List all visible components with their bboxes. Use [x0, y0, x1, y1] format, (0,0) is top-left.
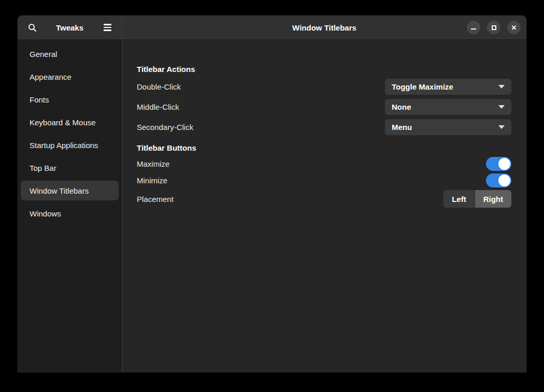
window-body: General Appearance Fonts Keyboard & Mous…: [18, 40, 526, 372]
sidebar-item-top-bar[interactable]: Top Bar: [21, 156, 119, 179]
window-close-icon: ✕: [511, 24, 517, 31]
app-title: Tweaks: [56, 23, 83, 32]
placement-right-button[interactable]: Right: [475, 190, 511, 208]
maximize-toggle[interactable]: [486, 157, 511, 171]
sidebar-item-startup-applications[interactable]: Startup Applications: [21, 134, 119, 156]
section-title-titlebar-buttons: Titlebar Buttons: [137, 143, 511, 153]
sidebar-headerbar: Tweaks: [18, 16, 122, 39]
page-title: Window Titlebars: [292, 23, 356, 32]
window-controls: ✕: [467, 16, 521, 39]
placement-segmented-control: Left Right: [443, 190, 511, 208]
section-title-titlebar-actions: Titlebar Actions: [137, 64, 511, 74]
setting-row-placement: Placement Left Right: [137, 190, 511, 208]
minimize-toggle[interactable]: [486, 173, 511, 187]
setting-label: Secondary-Click: [137, 123, 193, 132]
minimize-button[interactable]: [467, 21, 480, 34]
dropdown-selected-value: Toggle Maximize: [392, 82, 453, 91]
toggle-knob: [498, 158, 510, 170]
close-button[interactable]: ✕: [507, 21, 521, 34]
setting-row-maximize: Maximize: [137, 156, 511, 171]
setting-label: Minimize: [137, 176, 167, 185]
setting-label: Double-Click: [137, 82, 181, 91]
tweaks-window: Tweaks Window Titlebars ✕: [18, 16, 526, 372]
toggle-knob: [498, 175, 510, 186]
window-minimize-icon: [471, 28, 476, 30]
sidebar: General Appearance Fonts Keyboard & Mous…: [18, 40, 122, 372]
sidebar-item-windows[interactable]: Windows: [21, 202, 119, 225]
dropdown-selected-value: Menu: [392, 123, 412, 132]
search-icon: [28, 23, 37, 32]
setting-row-double-click: Double-Click Toggle Maximize: [137, 79, 511, 95]
chevron-down-icon: [498, 105, 505, 109]
window-maximize-icon: [492, 25, 496, 30]
settings-panel: Titlebar Actions Double-Click Toggle Max…: [122, 40, 526, 372]
setting-label: Maximize: [137, 159, 169, 168]
chevron-down-icon: [498, 85, 505, 89]
double-click-dropdown[interactable]: Toggle Maximize: [385, 79, 511, 95]
sidebar-item-appearance[interactable]: Appearance: [21, 65, 119, 88]
sidebar-item-general[interactable]: General: [21, 42, 119, 65]
setting-label: Middle-Click: [137, 103, 179, 111]
setting-row-secondary-click: Secondary-Click Menu: [137, 119, 511, 135]
maximize-button[interactable]: [487, 21, 500, 34]
sidebar-item-fonts[interactable]: Fonts: [21, 88, 119, 111]
placement-left-button[interactable]: Left: [443, 190, 475, 208]
main-headerbar: Window Titlebars ✕: [122, 16, 526, 39]
setting-row-middle-click: Middle-Click None: [137, 99, 511, 115]
setting-row-minimize: Minimize: [137, 173, 511, 188]
chevron-down-icon: [498, 125, 505, 129]
headerbar: Tweaks Window Titlebars ✕: [18, 16, 526, 40]
menu-button[interactable]: [100, 20, 114, 35]
setting-label: Placement: [137, 195, 174, 204]
hamburger-menu-icon: [104, 24, 111, 31]
search-button[interactable]: [25, 20, 39, 35]
secondary-click-dropdown[interactable]: Menu: [385, 119, 511, 135]
middle-click-dropdown[interactable]: None: [385, 99, 511, 115]
dropdown-selected-value: None: [392, 103, 411, 111]
sidebar-item-window-titlebars[interactable]: Window Titlebars: [21, 181, 119, 200]
sidebar-item-keyboard-mouse[interactable]: Keyboard & Mouse: [21, 111, 119, 134]
